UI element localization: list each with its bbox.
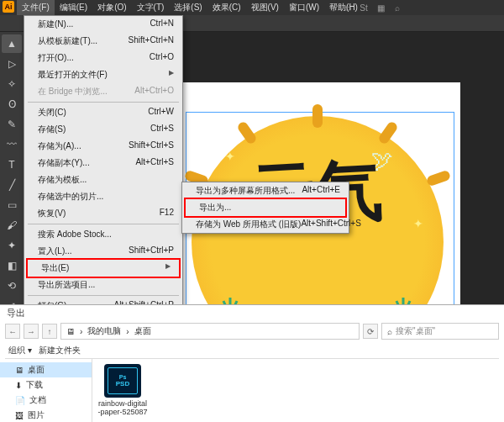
search-icon[interactable]: ⌕ bbox=[391, 2, 403, 13]
file-menu-item[interactable]: 存储为(A)...Shift+Ctrl+S bbox=[24, 138, 182, 155]
eraser-tool[interactable]: ◧ bbox=[2, 256, 22, 275]
file-menu-item[interactable]: 置入(L)...Shift+Ctrl+P bbox=[24, 243, 182, 260]
app-logo: Ai bbox=[3, 1, 14, 13]
rotate-tool[interactable]: ⟲ bbox=[2, 277, 22, 295]
pc-icon: 🖥 bbox=[66, 327, 75, 336]
path-part[interactable]: 桌面 bbox=[134, 325, 151, 337]
menu-6[interactable]: 视图(V) bbox=[246, 0, 284, 15]
lasso-tool[interactable]: ʘ bbox=[2, 95, 22, 113]
tool-panel: ▲ ▷ ✧ ʘ ✎ 〰 T ╱ ▭ 🖌 ✦ ◧ ⟲ ⤢ ⇔ ⧉ ◑ ▱ bbox=[0, 32, 24, 304]
search-icon: ⌕ bbox=[387, 327, 392, 336]
export-submenu-item[interactable]: 导出为多种屏幕所用格式...Alt+Ctrl+E bbox=[182, 182, 349, 199]
selection-tool[interactable]: ▲ bbox=[2, 34, 22, 53]
sidebar-item[interactable]: ⬇下载 bbox=[0, 377, 92, 393]
bridge-icon[interactable]: ▭ bbox=[341, 2, 353, 13]
file-menu-item[interactable]: 搜索 Adobe Stock... bbox=[24, 226, 182, 243]
file-menu-item[interactable]: 从模板新建(T)...Shift+Ctrl+N bbox=[24, 33, 182, 50]
file-menu-item[interactable]: 存储副本(Y)...Alt+Ctrl+S bbox=[24, 155, 182, 171]
sidebar-item[interactable]: 📄文档 bbox=[0, 393, 92, 408]
sidebar-item[interactable]: 🖼图片 bbox=[0, 408, 92, 422]
file-menu-item[interactable]: 打开(O)...Ctrl+O bbox=[24, 50, 182, 66]
menu-1[interactable]: 编辑(E) bbox=[55, 0, 92, 15]
line-tool[interactable]: ╱ bbox=[2, 176, 22, 194]
menu-2[interactable]: 对象(O) bbox=[92, 0, 131, 15]
export-file-dialog: 导出 ← → ↑ 🖥 › 我的电脑 › 桌面 ⟳ ⌕ 搜索"桌面" 组织 ▾ 新… bbox=[0, 304, 504, 422]
menu-5[interactable]: 效果(C) bbox=[207, 0, 246, 15]
dialog-nav: ← → ↑ 🖥 › 我的电脑 › 桌面 ⟳ ⌕ 搜索"桌面" bbox=[5, 322, 499, 340]
new-folder-button[interactable]: 新建文件夹 bbox=[39, 345, 81, 356]
file-menu-item[interactable]: 最近打开的文件(F)▶ bbox=[24, 66, 182, 83]
sidebar-item[interactable]: 🖥桌面 bbox=[0, 362, 92, 377]
curvature-tool[interactable]: 〰 bbox=[2, 135, 22, 154]
direct-selection-tool[interactable]: ▷ bbox=[2, 55, 22, 73]
menu-3[interactable]: 文字(T) bbox=[132, 0, 170, 15]
psd-icon: PsPSD bbox=[104, 364, 141, 398]
search-placeholder: 搜索"桌面" bbox=[396, 325, 435, 337]
shaper-tool[interactable]: ✦ bbox=[2, 236, 22, 255]
search-field[interactable]: ⌕ 搜索"桌面" bbox=[381, 323, 499, 340]
export-submenu-item[interactable]: 存储为 Web 所用格式 (旧版)Alt+Shift+Ctrl+S bbox=[182, 216, 349, 233]
dialog-sidebar: 🖥桌面⬇下载📄文档🖼图片📁6📁初级 bbox=[0, 359, 92, 422]
magic-wand-tool[interactable]: ✧ bbox=[2, 75, 22, 93]
file-menu-item[interactable]: 存储(S)Ctrl+S bbox=[24, 121, 182, 138]
type-tool[interactable]: T bbox=[2, 156, 22, 174]
file-menu-item[interactable]: 关闭(C)Ctrl+W bbox=[24, 104, 182, 121]
nav-forward-button[interactable]: → bbox=[24, 324, 39, 339]
file-menu-item[interactable]: 新建(N)...Ctrl+N bbox=[24, 16, 182, 33]
address-bar[interactable]: 🖥 › 我的电脑 › 桌面 bbox=[60, 323, 360, 340]
dialog-content[interactable]: PsPSDrainbow-digital-paper-525087 bbox=[92, 359, 504, 422]
export-submenu: 导出为多种屏幕所用格式...Alt+Ctrl+E导出为...存储为 Web 所用… bbox=[181, 182, 349, 234]
dialog-toolbar: 组织 ▾ 新建文件夹 bbox=[5, 342, 499, 359]
folder-icon: 🖥 bbox=[15, 366, 24, 375]
star-icon: ✦ bbox=[413, 217, 423, 230]
file-menu-item[interactable]: 恢复(V)F12 bbox=[24, 205, 182, 222]
file-menu-item[interactable]: 导出(E)▶ bbox=[28, 260, 179, 277]
nav-back-button[interactable]: ← bbox=[5, 324, 20, 339]
stock-icon[interactable]: St bbox=[358, 2, 370, 13]
plant-left bbox=[215, 293, 245, 304]
export-submenu-item[interactable]: 导出为... bbox=[186, 199, 345, 216]
rectangle-tool[interactable]: ▭ bbox=[2, 196, 22, 214]
arrange-icon[interactable]: ▦ bbox=[375, 2, 386, 13]
path-part[interactable]: 我的电脑 bbox=[87, 325, 121, 337]
menu-0[interactable]: 文件(F) bbox=[17, 0, 55, 15]
file-menu-item[interactable]: 存储选中的切片... bbox=[24, 188, 182, 205]
file-name: rainbow-digital-paper-525087 bbox=[97, 400, 148, 417]
folder-icon: 📄 bbox=[15, 396, 25, 405]
star-icon: ✦ bbox=[225, 150, 235, 163]
pen-tool[interactable]: ✎ bbox=[2, 115, 22, 134]
file-menu-item: 在 Bridge 中浏览...Alt+Ctrl+O bbox=[24, 83, 182, 100]
dialog-body: 🖥桌面⬇下载📄文档🖼图片📁6📁初级 PsPSDrainbow-digital-p… bbox=[0, 359, 504, 422]
folder-icon: 🖼 bbox=[15, 411, 24, 420]
file-menu-item[interactable]: 存储为模板... bbox=[24, 171, 182, 188]
file-item[interactable]: PsPSDrainbow-digital-paper-525087 bbox=[97, 364, 148, 417]
plant-right bbox=[388, 293, 418, 304]
menu-4[interactable]: 选择(S) bbox=[169, 0, 207, 15]
paintbrush-tool[interactable]: 🖌 bbox=[2, 216, 22, 235]
nav-up-button[interactable]: ↑ bbox=[42, 324, 57, 339]
menu-7[interactable]: 窗口(W) bbox=[284, 0, 324, 15]
dialog-title: 导出 bbox=[7, 307, 25, 319]
folder-icon: ⬇ bbox=[15, 381, 22, 390]
file-menu-item[interactable]: 导出所选项目... bbox=[24, 277, 182, 293]
top-icons: ▭ St ▦ ⌕ bbox=[341, 0, 403, 15]
organize-button[interactable]: 组织 ▾ bbox=[8, 345, 32, 356]
menubar: 文件(F)编辑(E)对象(O)文字(T)选择(S)效果(C)视图(V)窗口(W)… bbox=[17, 0, 363, 15]
refresh-button[interactable]: ⟳ bbox=[363, 324, 378, 339]
